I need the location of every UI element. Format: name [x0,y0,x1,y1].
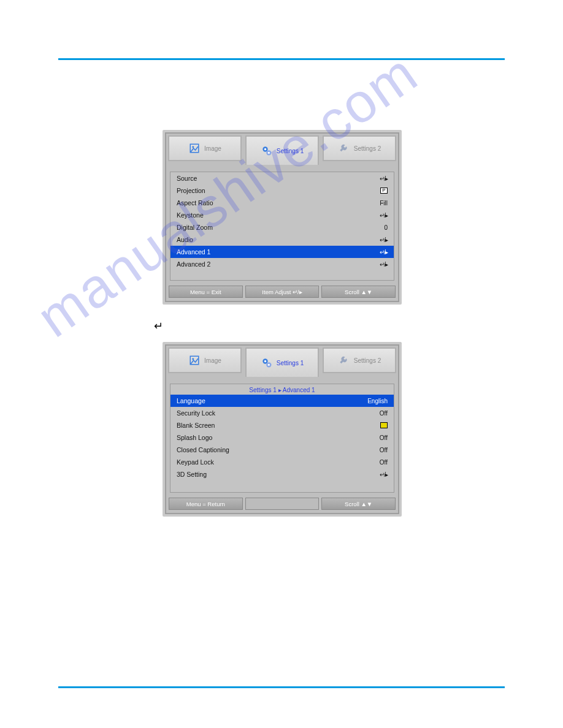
footer-empty [245,498,320,510]
tab-settings1-label-2: Settings 1 [277,360,304,366]
menu-row-value: Off [380,447,388,453]
footer-bar-1: Menu = Exit Item Adjust ↵/▸ Scroll ▲▼ [165,283,399,300]
tab-image-label-2: Image [204,357,221,364]
svg-point-9 [264,360,266,362]
menu-row-value: ↵/▸ [380,249,388,256]
tab-bar-2: Image Settings 1 Settings 2 [165,344,399,380]
tab-image-label: Image [204,145,221,152]
menu-row-label: 3D Setting [177,471,207,478]
breadcrumb: Settings 1 ▸ Advanced 1 [170,384,394,395]
menu-row[interactable]: LanguageEnglish [170,395,394,407]
menu-row-value: ↵/▸ [380,471,388,478]
menu-row[interactable]: Splash LogoOff [170,431,394,444]
gear-icon [261,357,273,369]
menu-row-value: Fill [380,200,388,207]
menu-row-value: Off [380,434,388,441]
menu-row-label: Source [177,175,197,182]
menu-row[interactable]: Digital Zoom0 [170,221,394,233]
enter-arrow-icon: ↵ [154,319,163,333]
image-icon [188,354,201,366]
menu-row-label: Splash Logo [177,434,212,441]
header-rule [58,58,505,60]
tab-bar: Image Settings 1 Settings 2 [165,132,399,168]
menu-row[interactable]: Aspect RatioFill [170,197,394,209]
osd-panel-settings1: Image Settings 1 Settings 2 Source↵/▸Pro… [163,130,402,305]
tab-settings1-label: Settings 1 [277,148,304,154]
svg-point-7 [192,358,194,360]
tab-settings2-label: Settings 2 [354,145,381,152]
wrench-icon [338,142,350,154]
menu-row[interactable]: Closed CaptioningOff [170,444,394,456]
footer-rule [58,686,505,688]
image-icon [188,142,201,154]
footer-bar-2: Menu = Return Scroll ▲▼ [165,495,399,512]
menu-row-value: English [367,398,388,404]
menu-row-label: Projection [177,187,205,194]
menu-row-value [380,422,388,428]
tab-image[interactable]: Image [168,135,242,161]
menu-row[interactable]: Advanced 1↵/▸ [170,246,394,258]
svg-point-3 [264,148,266,150]
osd-panel-advanced1: Image Settings 1 Settings 2 Settings 1 ▸… [163,342,402,517]
menu-row-label: Keystone [177,211,204,219]
menu-body-1: Source↵/▸ProjectionPAspect RatioFillKeys… [170,172,394,281]
svg-point-1 [192,146,194,148]
footer-scroll-2[interactable]: Scroll ▲▼ [321,498,396,510]
menu-row-label: Blank Screen [177,422,215,429]
menu-row[interactable]: Security LockOff [170,407,394,419]
svg-point-11 [267,364,269,366]
menu-row-value: ↵/▸ [380,212,388,219]
footer-item-adjust[interactable]: Item Adjust ↵/▸ [245,286,320,298]
menu-row-value: Off [380,410,388,417]
menu-row-label: Closed Captioning [177,446,229,453]
menu-row-label: Digital Zoom [177,224,213,231]
tab-image-2[interactable]: Image [168,347,242,373]
menu-row[interactable]: Keypad LockOff [170,456,394,468]
menu-row[interactable]: 3D Setting↵/▸ [170,468,394,480]
tab-settings2[interactable]: Settings 2 [323,135,396,161]
menu-row-value: ↵/▸ [380,175,388,182]
menu-row-label: Language [177,397,205,404]
footer-menu-exit[interactable]: Menu = Exit [169,286,243,298]
menu-row-label: Security Lock [177,409,215,417]
menu-row[interactable]: Keystone↵/▸ [170,209,394,221]
menu-row[interactable]: Blank Screen [170,419,394,431]
menu-row-label: Keypad Lock [177,458,214,466]
menu-row[interactable]: Audio↵/▸ [170,233,394,246]
footer-scroll[interactable]: Scroll ▲▼ [321,286,396,298]
menu-row-label: Aspect Ratio [177,199,213,207]
footer-menu-return[interactable]: Menu = Return [169,498,243,510]
wrench-icon [338,354,350,366]
menu-row-value: P [380,188,388,194]
tab-settings1[interactable]: Settings 1 [245,135,319,165]
menu-row[interactable]: ProjectionP [170,184,394,197]
menu-row-value: ↵/▸ [380,237,388,243]
svg-point-5 [267,152,269,154]
tab-settings2-2[interactable]: Settings 2 [323,347,396,373]
menu-row-value: 0 [384,224,388,231]
gear-icon [261,145,273,157]
menu-row[interactable]: Source↵/▸ [170,172,394,184]
menu-row[interactable]: Advanced 2↵/▸ [170,258,394,270]
tab-settings1-2[interactable]: Settings 1 [245,347,319,377]
menu-row-value: Off [380,459,388,466]
menu-row-label: Advanced 1 [177,248,210,256]
menu-body-2: Settings 1 ▸ Advanced 1 LanguageEnglishS… [170,384,394,493]
tab-settings2-label-2: Settings 2 [354,357,381,364]
menu-row-label: Advanced 2 [177,260,210,268]
menu-row-label: Audio [177,236,193,243]
menu-row-value: ↵/▸ [380,261,388,268]
